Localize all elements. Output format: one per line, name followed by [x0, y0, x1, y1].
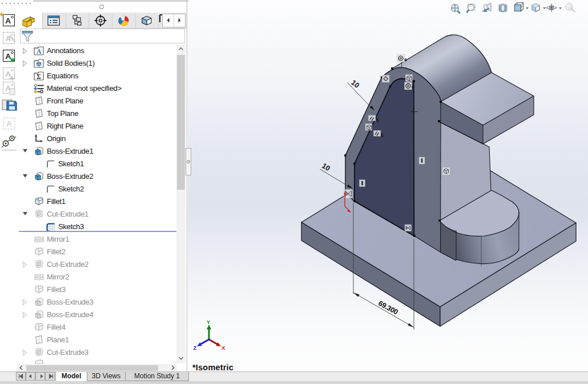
svg-text:69.300: 69.300: [377, 299, 399, 316]
svg-text:5: 5: [376, 117, 379, 123]
svg-text:6: 6: [405, 57, 408, 62]
svg-text:Y: Y: [207, 319, 211, 325]
svg-text:*Isometric: *Isometric: [192, 363, 233, 371]
svg-text:Z: Z: [194, 345, 197, 351]
svg-text:10: 10: [349, 78, 361, 90]
svg-text:X: X: [221, 345, 225, 351]
svg-text:10: 10: [320, 162, 331, 173]
svg-text:6: 6: [412, 85, 414, 90]
svg-text:5: 5: [381, 133, 384, 138]
